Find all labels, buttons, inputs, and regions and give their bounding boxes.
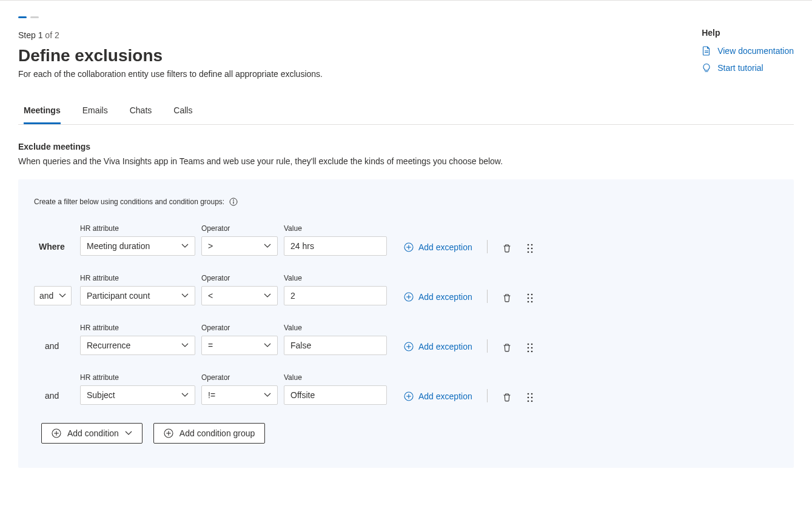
page-title: Define exclusions: [18, 46, 323, 65]
conjunction-select[interactable]: and: [34, 286, 72, 305]
delete-button[interactable]: [502, 393, 512, 402]
document-icon: [702, 46, 711, 56]
section-heading: Exclude meetings: [18, 142, 794, 151]
value-input[interactable]: 24 hrs: [284, 236, 387, 256]
value-text: Offsite: [290, 390, 315, 400]
add-exception-button[interactable]: Add exception: [404, 292, 472, 302]
chevron-down-icon: [181, 244, 189, 248]
add-condition-group-label: Add condition group: [180, 428, 255, 438]
delete-button[interactable]: [502, 343, 512, 353]
attr-label: HR attribute: [80, 373, 195, 382]
attribute-value: Subject: [87, 390, 115, 400]
filter-intro-text: Create a filter below using conditions a…: [34, 198, 224, 206]
chevron-down-icon: [264, 244, 271, 248]
chevron-down-icon: [59, 293, 66, 298]
operator-select[interactable]: <: [201, 286, 278, 305]
drag-handle[interactable]: [526, 244, 534, 253]
add-exception-button[interactable]: Add exception: [404, 391, 472, 401]
add-exception-label: Add exception: [418, 292, 472, 302]
plus-circle-icon: [404, 391, 414, 401]
val-label: Value: [284, 224, 387, 233]
conjunction-label: and: [34, 341, 59, 355]
chevron-down-icon: [264, 343, 271, 348]
tab-calls[interactable]: Calls: [173, 98, 192, 124]
op-label: Operator: [201, 224, 278, 233]
drag-handle[interactable]: [526, 293, 534, 303]
val-label: Value: [284, 373, 387, 382]
add-condition-label: Add condition: [67, 428, 119, 438]
attribute-select[interactable]: Recurrence: [80, 336, 195, 355]
op-label: Operator: [201, 274, 278, 282]
operator-select[interactable]: !=: [201, 385, 278, 405]
entity-tabs: Meetings Emails Chats Calls: [18, 98, 794, 125]
view-documentation-label: View documentation: [717, 46, 794, 56]
where-label: Where: [34, 242, 65, 256]
chevron-down-icon: [181, 293, 189, 298]
info-icon[interactable]: [229, 198, 238, 206]
trash-icon: [502, 343, 512, 353]
start-tutorial-label: Start tutorial: [717, 63, 763, 73]
view-documentation-link[interactable]: View documentation: [702, 46, 794, 56]
divider: [487, 290, 488, 303]
delete-button[interactable]: [502, 293, 512, 303]
drag-dots-icon: [526, 343, 534, 353]
step-total: of 2: [42, 30, 59, 40]
drag-dots-icon: [526, 244, 534, 253]
tab-chats[interactable]: Chats: [130, 98, 152, 124]
step-label: Step 1 of 2: [18, 30, 323, 40]
add-exception-label: Add exception: [418, 242, 472, 252]
condition-row: Where HR attribute Meeting duration Oper…: [34, 224, 778, 256]
section-desc: When queries and the Viva Insights app i…: [18, 156, 794, 166]
trash-icon: [502, 393, 512, 402]
chevron-down-icon: [264, 393, 271, 398]
attr-label: HR attribute: [80, 324, 195, 332]
operator-select[interactable]: >: [201, 236, 278, 256]
add-exception-button[interactable]: Add exception: [404, 342, 472, 351]
divider: [487, 339, 488, 353]
chevron-down-icon: [264, 293, 271, 298]
tab-meetings[interactable]: Meetings: [24, 98, 61, 124]
add-exception-label: Add exception: [418, 342, 472, 351]
delete-button[interactable]: [502, 244, 512, 253]
op-label: Operator: [201, 324, 278, 332]
operator-select[interactable]: =: [201, 336, 278, 355]
lightbulb-icon: [702, 63, 711, 73]
attribute-select[interactable]: Meeting duration: [80, 236, 195, 256]
drag-handle[interactable]: [526, 343, 534, 353]
value-input[interactable]: 2: [284, 286, 387, 305]
value-input[interactable]: Offsite: [284, 385, 387, 405]
divider: [487, 240, 488, 253]
page-subtitle: For each of the collaboration entity use…: [18, 69, 323, 79]
filter-card: Create a filter below using conditions a…: [18, 179, 794, 468]
add-condition-group-button[interactable]: Add condition group: [153, 423, 266, 444]
attr-label: HR attribute: [80, 274, 195, 282]
chevron-down-icon: [181, 393, 189, 398]
conjunction-label: and: [34, 391, 59, 405]
attribute-value: Meeting duration: [87, 241, 150, 251]
drag-handle[interactable]: [526, 393, 534, 402]
value-input[interactable]: False: [284, 336, 387, 355]
add-exception-button[interactable]: Add exception: [404, 242, 472, 252]
drag-dots-icon: [526, 293, 534, 303]
add-exception-label: Add exception: [418, 391, 472, 401]
attribute-select[interactable]: Subject: [80, 385, 195, 405]
trash-icon: [502, 293, 512, 303]
attribute-select[interactable]: Participant count: [80, 286, 195, 305]
start-tutorial-link[interactable]: Start tutorial: [702, 63, 794, 73]
trash-icon: [502, 244, 512, 253]
operator-value: !=: [208, 390, 215, 400]
help-heading: Help: [702, 28, 794, 38]
chevron-down-icon: [181, 343, 189, 348]
condition-row: and HR attribute Participant count Opera…: [34, 274, 778, 305]
plus-circle-icon: [164, 428, 173, 438]
add-condition-button[interactable]: Add condition: [41, 423, 143, 444]
operator-value: <: [208, 291, 213, 301]
attr-label: HR attribute: [80, 224, 195, 233]
condition-row: and HR attribute Subject Operator !=: [34, 373, 778, 405]
tab-emails[interactable]: Emails: [82, 98, 108, 124]
value-text: 24 hrs: [290, 241, 314, 251]
op-label: Operator: [201, 373, 278, 382]
plus-circle-icon: [52, 428, 61, 438]
drag-dots-icon: [526, 393, 534, 402]
conjunction-value: and: [39, 291, 53, 301]
